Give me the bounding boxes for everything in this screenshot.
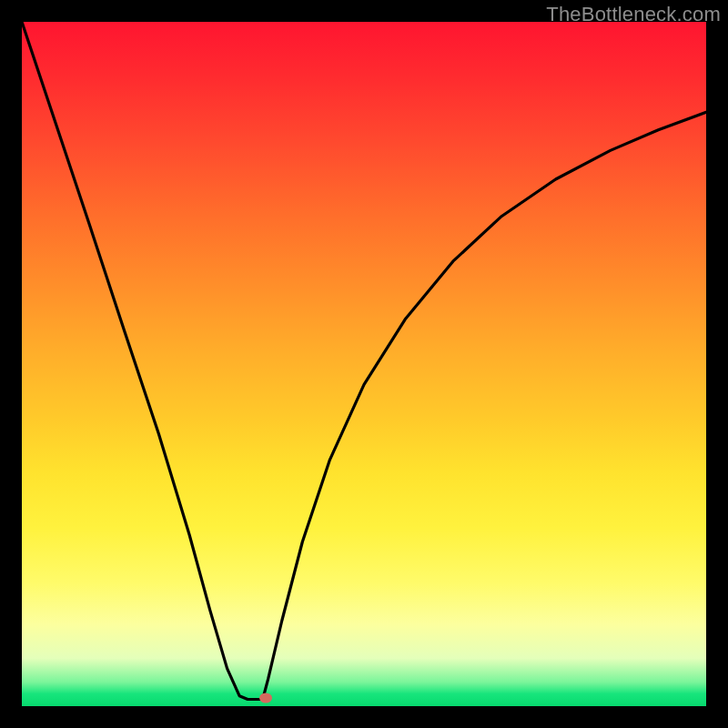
minimum-marker [259, 693, 272, 703]
chart-stage: TheBottleneck.com [0, 0, 728, 728]
bottleneck-curve [22, 22, 706, 706]
plot-area [22, 22, 706, 706]
curve-path [22, 22, 706, 700]
